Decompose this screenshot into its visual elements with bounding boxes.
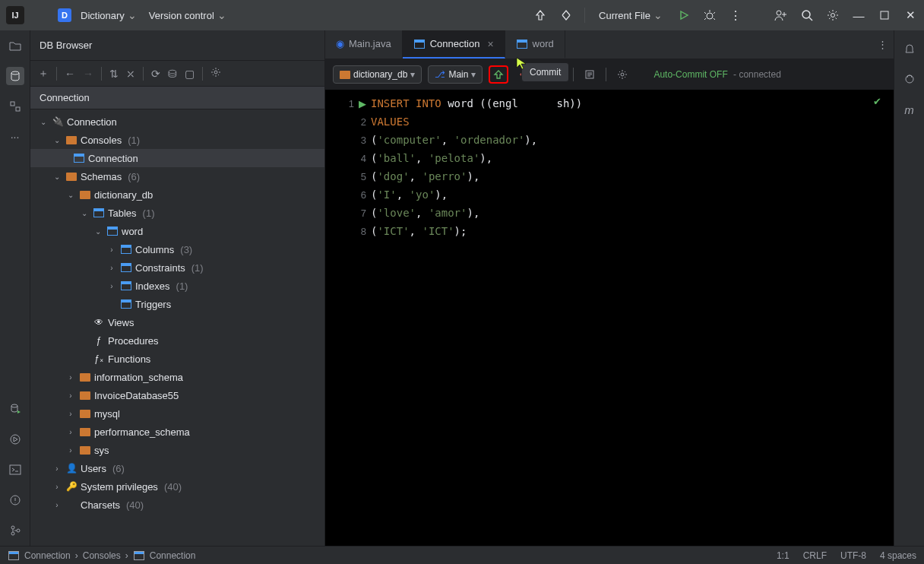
encoding[interactable]: UTF-8 xyxy=(840,550,866,561)
tree-node-sys[interactable]: › sys xyxy=(30,441,324,459)
sync-icon[interactable]: ⟳ xyxy=(151,68,160,80)
collapse-all-icon[interactable]: ⤫ xyxy=(126,68,135,80)
tree-node-dictionary-db[interactable]: ⌄ dictionary_db xyxy=(30,185,324,204)
svg-point-1 xyxy=(777,11,781,15)
editor-body[interactable]: 1▶ 2 3 4 5 6 7 8 INSERT INTO word ((engl… xyxy=(325,90,894,546)
svg-point-18 xyxy=(906,75,913,83)
debug-button[interactable] xyxy=(702,8,717,23)
main-menu-icon[interactable] xyxy=(33,8,49,23)
svg-point-14 xyxy=(17,529,20,532)
settings-icon[interactable] xyxy=(825,8,840,23)
code-with-me-icon[interactable] xyxy=(774,8,789,23)
line-ending[interactable]: CRLF xyxy=(803,550,827,561)
tree-node-users[interactable]: › 👤 Users (6) xyxy=(30,459,324,477)
tree-node-connection[interactable]: ⌄ 🔌 Connection xyxy=(30,112,324,131)
ai-tool-icon[interactable] xyxy=(900,70,919,88)
tree-node-indexes[interactable]: › Indexes (1) xyxy=(30,277,324,295)
tab-word[interactable]: word xyxy=(505,30,565,59)
indent[interactable]: 4 spaces xyxy=(880,550,916,561)
db-browser-sidebar: DB Browser ＋ ← → ⇅ ⤫ ⟳ ⛁ ▢ Connection ⌄ … xyxy=(30,30,325,546)
tab-connection[interactable]: Connection × xyxy=(403,30,505,59)
right-tool-strip: m xyxy=(894,30,924,546)
vcs-label: Version control xyxy=(149,10,214,21)
commit-status: Auto-Commit OFF - connected xyxy=(653,69,780,80)
tree-node-triggers[interactable]: Triggers xyxy=(30,295,324,313)
expand-collapse-icon[interactable]: ⇅ xyxy=(109,68,119,80)
tree-node-mysql[interactable]: › mysql xyxy=(30,404,324,423)
run-config-dropdown[interactable]: Current File xyxy=(596,8,666,23)
terminal-tool-icon[interactable] xyxy=(6,461,24,479)
vcs-dropdown[interactable]: Version control xyxy=(146,8,229,23)
svg-point-12 xyxy=(11,526,14,529)
project-name: Dictionary xyxy=(81,10,125,21)
minimize-icon[interactable]: — xyxy=(851,8,866,23)
maven-tool-icon[interactable]: m xyxy=(900,100,919,119)
vcs-tool-icon[interactable] xyxy=(6,521,24,540)
tab-more-icon[interactable]: ⋮ xyxy=(878,30,894,59)
project-tool-icon[interactable] xyxy=(6,36,24,55)
branch-selector-dropdown[interactable]: ⎇ Main ▾ xyxy=(428,65,483,84)
build-icon[interactable] xyxy=(533,8,548,23)
sidebar-title: DB Browser xyxy=(30,30,324,61)
forward-arrow-icon[interactable]: → xyxy=(83,68,93,80)
svg-point-13 xyxy=(11,532,14,535)
add-icon[interactable]: ＋ xyxy=(38,67,49,81)
chevron-down-icon xyxy=(653,9,663,21)
more-vert-icon[interactable]: ⋮ xyxy=(728,8,743,23)
explain-plan-button[interactable] xyxy=(580,65,600,84)
tree-node-invoice[interactable]: › InvoiceDatabase55 xyxy=(30,386,324,404)
db-browser-tool-icon[interactable] xyxy=(6,67,24,85)
run-button[interactable] xyxy=(676,8,691,23)
toolbar-settings-icon[interactable] xyxy=(612,65,632,84)
tree-node-functions[interactable]: ƒₓ Functions xyxy=(30,350,324,368)
tree-node-procedures[interactable]: ƒ Procedures xyxy=(30,331,324,350)
services-tool-icon[interactable] xyxy=(6,430,24,448)
gutter-run-icon[interactable]: ▶ xyxy=(359,98,366,109)
tree-node-sys-privileges[interactable]: › 🔑 System privileges (40) xyxy=(30,477,324,496)
notifications-icon[interactable] xyxy=(900,40,919,58)
tree-node-charsets[interactable]: › Charsets (40) xyxy=(30,496,324,514)
structure-tool-icon[interactable] xyxy=(6,97,24,116)
tab-main-java[interactable]: ◉ Main.java xyxy=(325,30,403,59)
caret-position[interactable]: 1:1 xyxy=(777,550,790,561)
svg-rect-10 xyxy=(10,465,21,474)
inspections-ok-icon[interactable]: ✔ xyxy=(873,96,881,107)
options-icon[interactable] xyxy=(210,67,221,80)
tree-node-word[interactable]: ⌄ word xyxy=(30,222,324,240)
tree-node-info-schema[interactable]: › information_schema xyxy=(30,368,324,386)
tree-node-tables[interactable]: ⌄ Tables (1) xyxy=(30,204,324,222)
svg-point-9 xyxy=(11,435,20,444)
tree-node-consoles[interactable]: ⌄ Consoles (1) xyxy=(30,131,324,149)
panel-tab[interactable]: Connection xyxy=(30,87,324,109)
tree-node-schemas[interactable]: ⌄ Schemas (6) xyxy=(30,167,324,185)
commit-button[interactable] xyxy=(489,65,508,84)
project-dropdown[interactable]: Dictionary xyxy=(78,8,140,23)
code-area[interactable]: INSERT INTO word ((englXXXXXXsh)) VALUES… xyxy=(371,90,894,546)
db-tree[interactable]: ⌄ 🔌 Connection ⌄ Consoles (1) Connection… xyxy=(30,109,324,546)
db-run-tool-icon[interactable] xyxy=(6,400,24,418)
back-arrow-icon[interactable]: ← xyxy=(65,68,75,80)
build-alt-icon[interactable] xyxy=(559,8,574,23)
tree-node-columns[interactable]: › Columns (3) xyxy=(30,240,324,258)
chevron-down-icon xyxy=(217,9,226,21)
db-selector-dropdown[interactable]: dictionary_db ▾ xyxy=(333,65,422,84)
close-tab-icon[interactable]: × xyxy=(487,38,493,50)
tree-node-constraints[interactable]: › Constraints (1) xyxy=(30,258,324,277)
more-tool-icon[interactable]: ··· xyxy=(6,128,24,146)
svg-point-8 xyxy=(11,404,17,407)
tree-node-console-connection[interactable]: Connection xyxy=(30,149,324,167)
filter-icon[interactable]: ⛁ xyxy=(168,68,177,80)
problems-tool-icon[interactable] xyxy=(6,491,24,509)
breadcrumbs[interactable]: Connection › Consoles › Connection xyxy=(8,550,195,562)
close-icon[interactable]: ✕ xyxy=(903,8,918,23)
editor-toolbar: dictionary_db ▾ ⎇ Main ▾ xyxy=(325,59,894,90)
svg-point-15 xyxy=(214,71,217,74)
left-tool-strip: ··· xyxy=(0,30,30,546)
maximize-icon[interactable] xyxy=(877,8,892,23)
search-icon[interactable] xyxy=(799,8,815,23)
console-icon[interactable]: ▢ xyxy=(185,68,195,80)
tree-node-perf-schema[interactable]: › performance_schema xyxy=(30,423,324,441)
separator xyxy=(584,8,585,23)
tree-node-views[interactable]: 👁 Views xyxy=(30,313,324,331)
sidebar-toolbar: ＋ ← → ⇅ ⤫ ⟳ ⛁ ▢ xyxy=(30,61,324,87)
